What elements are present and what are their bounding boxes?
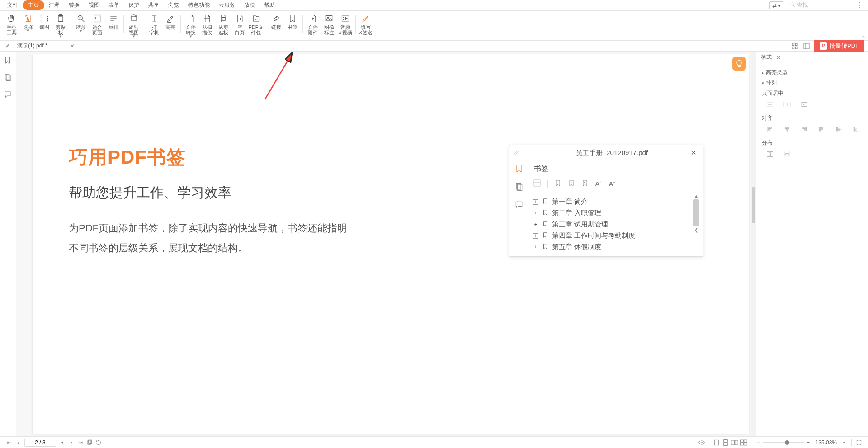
align-right-icon[interactable] (800, 126, 809, 133)
right-panel-close-icon[interactable]: ✕ (776, 54, 781, 61)
bookmark-button[interactable]: 书签 (284, 13, 301, 31)
prev-page-icon[interactable]: ‹ (14, 438, 23, 447)
menu-help[interactable]: 帮助 (259, 0, 279, 10)
bookmark-rail-icon[interactable] (4, 56, 13, 65)
screenshot-button[interactable]: 截图 (36, 13, 52, 31)
select-tool-button[interactable]: 选择▼ (20, 13, 36, 34)
audio-video-button[interactable]: 音频 &视频 (337, 13, 354, 36)
dropdown-icon: ▼ (189, 34, 193, 38)
bookmark-icon (288, 14, 297, 24)
highlight-type-header[interactable]: ▸高亮类型 (762, 69, 863, 76)
rotate-view-button[interactable]: 旋转 视图▼ (126, 13, 142, 39)
arrange-header[interactable]: ▾排列 (762, 79, 863, 87)
copy-icon[interactable] (85, 438, 94, 447)
reflow-label: 重排 (108, 24, 118, 30)
align-top-icon[interactable] (817, 126, 826, 133)
edit-icon[interactable] (2, 43, 13, 49)
from-clipboard-button[interactable]: 从剪 贴板 (215, 13, 231, 36)
more-icon[interactable]: ⋮ (854, 1, 865, 9)
screenshot-icon (39, 14, 49, 24)
fullscreen-icon[interactable] (854, 438, 863, 447)
pdf-portfolio-button[interactable]: PDF文 件包 (248, 13, 264, 36)
right-panel-tab-label: 格式 (761, 53, 772, 61)
menu-cloud[interactable]: 云服务 (214, 0, 240, 10)
from-scanner-button[interactable]: 从扫 描仪 (199, 13, 215, 36)
right-panel-tab[interactable]: 格式 ✕ (756, 52, 868, 63)
menubar: 文件 主页 注释 转换 视图 表单 保护 共享 浏览 特色功能 云服务 放映 帮… (0, 0, 868, 11)
comments-rail-icon[interactable] (4, 90, 13, 99)
pages-rail-icon[interactable] (4, 73, 13, 82)
link-button[interactable]: 链接 (268, 13, 284, 31)
fill-sign-button[interactable]: 填写 &签名 (358, 13, 374, 36)
menu-annotate[interactable]: 注释 (44, 0, 64, 10)
embedded-close-icon: ✕ (691, 149, 697, 157)
align-left-icon[interactable] (765, 126, 774, 133)
menu-home[interactable]: 主页 (23, 0, 44, 10)
grid-view-icon[interactable] (791, 42, 799, 50)
menu-browse[interactable]: 浏览 (164, 0, 184, 10)
outline-icon (533, 179, 541, 189)
reflow-button[interactable]: 重排 (105, 13, 122, 31)
page-dropdown-icon[interactable]: ▾ (58, 438, 67, 447)
zoom-button[interactable]: 缩放▼ (73, 13, 89, 34)
clipboard-button[interactable]: 剪贴 板▼ (52, 13, 69, 39)
font-dec-icon: A- (609, 180, 615, 188)
last-page-icon[interactable]: ⇥ (76, 438, 85, 447)
svg-rect-58 (804, 130, 807, 131)
menu-convert[interactable]: 转换 (64, 0, 84, 10)
distribute-v-icon[interactable] (783, 151, 792, 158)
sidebar-view-icon[interactable] (802, 42, 811, 50)
align-bottom-icon[interactable] (851, 126, 860, 133)
canvas[interactable]: 巧用PDF书签 帮助您提升工作、学习效率 为PDF页面添加书签，除了实现内容的快… (16, 52, 751, 436)
first-page-icon[interactable]: ⇤ (5, 438, 14, 447)
switch-icon[interactable]: ⇄ ▾ (769, 1, 783, 9)
document-tab[interactable]: 演示(1).pdf * ✕ (13, 41, 79, 51)
page-input[interactable] (24, 439, 56, 447)
next-page-icon[interactable]: › (67, 438, 76, 447)
center-both-icon[interactable] (800, 101, 809, 108)
file-convert-button[interactable]: 文件 转换▼ (183, 13, 199, 39)
svg-rect-17 (222, 18, 226, 21)
blank-page-button[interactable]: 空 白页 (231, 13, 248, 36)
menu-share[interactable]: 共享 (144, 0, 164, 10)
svg-rect-48 (802, 103, 807, 107)
two-continuous-icon[interactable] (739, 438, 748, 447)
svg-point-0 (791, 3, 793, 5)
zoom-in-icon[interactable]: + (804, 438, 813, 447)
menu-file[interactable]: 文件 (3, 0, 23, 10)
tab-close-icon[interactable]: ✕ (70, 43, 75, 49)
align-middle-icon[interactable] (834, 126, 843, 133)
batch-convert-button[interactable]: P 批量转PDF (814, 40, 864, 52)
center-v-icon[interactable] (783, 101, 792, 108)
file-convert-icon (186, 14, 196, 24)
hand-tool-button[interactable]: 手型 工具 (4, 13, 20, 36)
canvas-scrollbar[interactable] (751, 52, 756, 436)
rotate-icon[interactable] (94, 438, 103, 447)
svg-rect-78 (723, 439, 727, 442)
help-bulb-icon[interactable] (732, 57, 746, 71)
bookmark-row: +第四章 工作时间与考勤制度 (533, 230, 699, 241)
two-page-icon[interactable] (730, 438, 739, 447)
highlight-button[interactable]: 高亮 (162, 13, 179, 31)
search-box[interactable]: 查找 (787, 0, 841, 10)
continuous-icon[interactable] (721, 438, 730, 447)
zoom-dropdown-icon[interactable]: ▾ (840, 438, 849, 447)
fit-page-button[interactable]: 适合 页面 (89, 13, 105, 36)
menu-view[interactable]: 视图 (84, 0, 104, 10)
ribbon-collapse-icon[interactable]: ︿ (862, 33, 866, 39)
distribute-h-icon[interactable] (765, 151, 774, 158)
zoom-out-icon[interactable]: − (754, 438, 763, 447)
typewriter-button[interactable]: 打 字机 (146, 13, 162, 36)
menu-slideshow[interactable]: 放映 (240, 0, 259, 10)
bookmark-goto-icon (568, 179, 575, 188)
image-annot-button[interactable]: 图像 标注 (321, 13, 337, 36)
center-h-icon[interactable] (765, 101, 774, 108)
menu-protect[interactable]: 保护 (124, 0, 144, 10)
single-page-icon[interactable] (712, 438, 721, 447)
file-attachment-button[interactable]: 文件 附件 (305, 13, 321, 36)
align-center-icon[interactable] (783, 126, 792, 133)
menu-form[interactable]: 表单 (104, 0, 124, 10)
zoom-slider[interactable] (763, 442, 804, 443)
menu-feature[interactable]: 特色功能 (184, 0, 214, 10)
eye-icon[interactable] (697, 438, 706, 447)
